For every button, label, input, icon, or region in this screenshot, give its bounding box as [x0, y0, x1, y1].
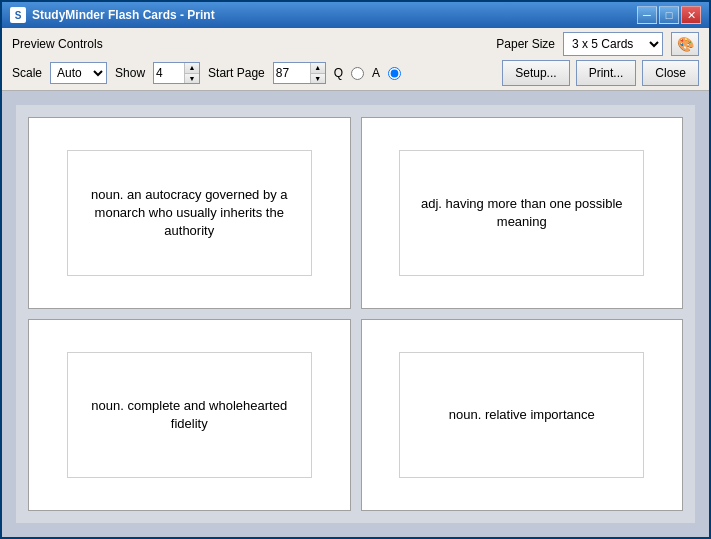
show-label: Show	[115, 66, 145, 80]
a-label: A	[372, 66, 380, 80]
flash-card-1: noun. an autocracy governed by a monarch…	[28, 117, 351, 309]
setup-button[interactable]: Setup...	[502, 60, 569, 86]
scale-select-wrapper: Auto 50% 75% 100% 125% 150%	[50, 62, 107, 84]
start-page-spin-buttons: ▲ ▼	[310, 63, 325, 83]
title-bar-left: S StudyMinder Flash Cards - Print	[10, 7, 215, 23]
q-label: Q	[334, 66, 343, 80]
app-icon: S	[10, 7, 26, 23]
show-increment-button[interactable]: ▲	[185, 63, 199, 74]
title-bar-buttons: ─ □ ✕	[637, 6, 701, 24]
title-bar: S StudyMinder Flash Cards - Print ─ □ ✕	[2, 2, 709, 28]
flash-card-3-inner: noun. complete and wholehearted fidelity	[67, 352, 312, 478]
flash-card-2-text: adj. having more than one possible meani…	[412, 195, 631, 231]
show-input[interactable]: 4	[154, 63, 184, 83]
flash-card-4-inner: noun. relative importance	[399, 352, 644, 478]
controls-bar: Preview Controls Paper Size 3 x 5 Cards …	[2, 28, 709, 91]
flash-card-1-inner: noun. an autocracy governed by a monarch…	[67, 150, 312, 276]
show-spin-buttons: ▲ ▼	[184, 63, 199, 83]
preview-area: noun. an autocracy governed by a monarch…	[2, 91, 709, 537]
paper-size-label: Paper Size	[496, 37, 555, 51]
color-picker-button[interactable]: 🎨	[671, 32, 699, 56]
flash-card-3: noun. complete and wholehearted fidelity	[28, 319, 351, 511]
a-radio[interactable]	[388, 67, 401, 80]
flash-card-4: noun. relative importance	[361, 319, 684, 511]
start-page-increment-button[interactable]: ▲	[311, 63, 325, 74]
controls-bottom-row: Scale Auto 50% 75% 100% 125% 150% Show 4	[12, 60, 699, 86]
show-decrement-button[interactable]: ▼	[185, 74, 199, 84]
preview-controls-label: Preview Controls	[12, 37, 103, 51]
window-close-button[interactable]: ✕	[681, 6, 701, 24]
flash-card-2: adj. having more than one possible meani…	[361, 117, 684, 309]
close-button[interactable]: Close	[642, 60, 699, 86]
main-window: S StudyMinder Flash Cards - Print ─ □ ✕ …	[0, 0, 711, 539]
print-button[interactable]: Print...	[576, 60, 637, 86]
flash-card-3-text: noun. complete and wholehearted fidelity	[80, 397, 299, 433]
start-page-input[interactable]: 87	[274, 63, 310, 83]
page-preview: noun. an autocracy governed by a monarch…	[16, 105, 695, 523]
start-page-spinner: 87 ▲ ▼	[273, 62, 326, 84]
preview-controls-group: Preview Controls	[12, 37, 103, 51]
flash-card-1-text: noun. an autocracy governed by a monarch…	[80, 186, 299, 241]
paper-size-group: Paper Size 3 x 5 Cards 4 x 6 Cards Lette…	[496, 32, 699, 56]
start-page-decrement-button[interactable]: ▼	[311, 74, 325, 84]
show-spinner: 4 ▲ ▼	[153, 62, 200, 84]
action-buttons-group: Setup... Print... Close	[502, 60, 699, 86]
controls-top-row: Preview Controls Paper Size 3 x 5 Cards …	[12, 32, 699, 56]
scale-select[interactable]: Auto 50% 75% 100% 125% 150%	[51, 63, 106, 83]
minimize-button[interactable]: ─	[637, 6, 657, 24]
scale-show-page-group: Scale Auto 50% 75% 100% 125% 150% Show 4	[12, 62, 401, 84]
maximize-button[interactable]: □	[659, 6, 679, 24]
scale-label: Scale	[12, 66, 42, 80]
start-page-label: Start Page	[208, 66, 265, 80]
paper-size-select[interactable]: 3 x 5 Cards 4 x 6 Cards Letter A4	[563, 32, 663, 56]
flash-card-4-text: noun. relative importance	[449, 406, 595, 424]
flash-card-2-inner: adj. having more than one possible meani…	[399, 150, 644, 276]
q-radio[interactable]	[351, 67, 364, 80]
window-title: StudyMinder Flash Cards - Print	[32, 8, 215, 22]
